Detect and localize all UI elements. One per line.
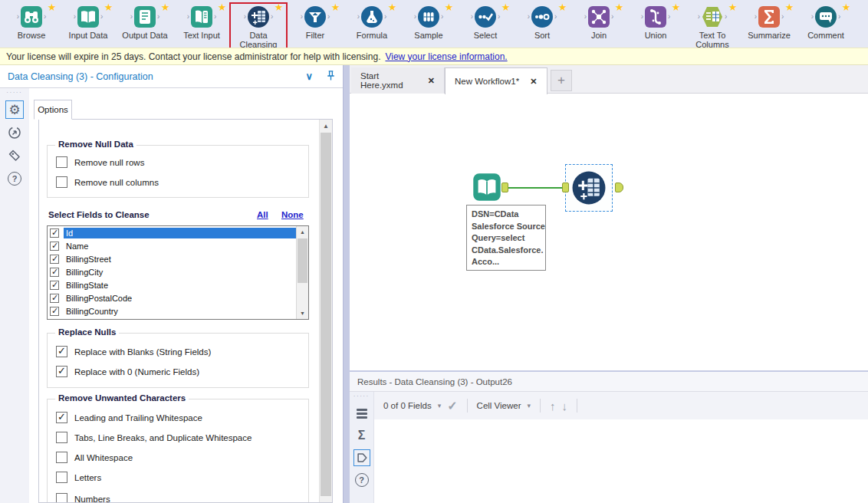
tool-select[interactable]: › ›★ Select [457, 3, 514, 40]
scrollbar-thumb[interactable] [298, 238, 307, 283]
results-grid-icon[interactable] [353, 405, 370, 422]
output-anchor[interactable] [501, 182, 508, 192]
checkbox-box[interactable] [56, 472, 67, 483]
field-row-billingstreet[interactable]: BillingStreet [48, 252, 296, 265]
data-cleansing-icon [247, 5, 270, 28]
group-title: Remove Null Data [55, 140, 136, 149]
tool-label: Sort [534, 31, 550, 40]
tool-summarize[interactable]: › ›★ Summarize [741, 3, 797, 40]
tab-new-workflow1[interactable]: New Workflow1* ✕ [445, 67, 547, 94]
checkbox-box[interactable] [56, 156, 67, 168]
tool-sort[interactable]: › ›★ Sort [514, 3, 570, 40]
node-input-data[interactable] [472, 173, 501, 202]
group-replace-nulls: Replace Nulls [47, 333, 309, 388]
scroll-down-icon[interactable]: ▼ [297, 307, 308, 319]
field-row-billingstate[interactable]: BillingState [48, 278, 296, 291]
options-scrollbar[interactable]: ▲ [319, 120, 332, 502]
next-arrow-icon[interactable]: ↓ [562, 399, 568, 413]
tool-filter[interactable]: › ›★ Filter [287, 3, 344, 40]
checkbox-box[interactable] [56, 346, 67, 357]
checkbox-replace-blanks[interactable]: Replace with Blanks (String Fields) [56, 346, 211, 357]
checkbox-all-whitespace[interactable]: All Whitespace [56, 452, 133, 463]
field-checkbox[interactable] [50, 281, 59, 290]
tool-input-data[interactable]: › ›★ Input Data [60, 3, 117, 40]
checkbox-box[interactable] [56, 176, 67, 188]
checkbox-remove-null-columns[interactable]: Remove null columns [56, 176, 159, 188]
anchor-chevron: › [43, 13, 47, 21]
license-info-link[interactable]: View your license information. [385, 51, 507, 62]
checkbox-box[interactable] [56, 493, 67, 503]
checkbox-box[interactable] [56, 432, 67, 443]
navigation-icon[interactable] [5, 123, 24, 142]
checkbox-tabs-line-breaks[interactable]: Tabs, Line Breaks, and Duplicate Whitesp… [56, 432, 252, 443]
metadata-sigma-icon[interactable]: Σ [353, 427, 370, 444]
collapse-chevron-icon[interactable]: ∨ [299, 71, 319, 82]
help-icon[interactable]: ? [5, 169, 24, 188]
checkbox-replace-zero[interactable]: Replace with 0 (Numeric Fields) [56, 366, 199, 377]
input-anchor[interactable] [562, 182, 569, 192]
tool-browse[interactable]: › ›★ Browse [3, 3, 60, 40]
field-row-name[interactable]: Name [48, 239, 296, 252]
favorite-star-icon: ★ [331, 2, 340, 13]
configuration-gear-icon[interactable]: ⚙ [5, 100, 24, 119]
panel-grip[interactable]: ..... [0, 88, 29, 96]
scrollbar-thumb[interactable] [321, 133, 331, 496]
tool-text-to-columns[interactable]: › ›★ Text To Columns [684, 3, 741, 49]
scroll-up-icon[interactable]: ▲ [297, 226, 308, 238]
field-checkbox[interactable] [50, 307, 59, 316]
tool-data-cleansing[interactable]: › ›★ Data Cleansing [230, 3, 287, 49]
checkbox-box[interactable] [56, 412, 67, 423]
field-row-id[interactable]: Id [48, 226, 296, 239]
tab-start-here[interactable]: Start Here.yxmd ✕ [351, 67, 445, 94]
checkbox-remove-null-rows[interactable]: Remove null rows [56, 156, 144, 168]
results-help-icon[interactable]: ? [353, 472, 370, 488]
tool-text-input[interactable]: › ›★ Text Input [173, 3, 230, 40]
field-row-billingpostalcode[interactable]: BillingPostalCode [48, 291, 296, 304]
cell-viewer-caret-icon[interactable]: ▾ [528, 402, 531, 409]
pin-icon[interactable] [319, 70, 343, 84]
tool-comment[interactable]: › ›★ Comment [797, 3, 854, 40]
tool-sample[interactable]: › ›★ Sample [400, 3, 457, 40]
tab-options[interactable]: Options [34, 100, 72, 120]
close-tab-icon[interactable]: ✕ [530, 77, 537, 87]
field-checkbox[interactable] [50, 242, 59, 251]
node-data-cleansing-selected[interactable] [565, 164, 613, 212]
tag-icon[interactable] [5, 146, 24, 165]
checkbox-numbers[interactable]: Numbers [56, 493, 110, 503]
field-checkbox[interactable] [50, 228, 59, 238]
checkbox-leading-trailing-whitespace[interactable]: Leading and Trailing Whitespace [56, 412, 202, 423]
field-row-billingcity[interactable]: BillingCity [48, 265, 296, 278]
previous-arrow-icon[interactable]: ↑ [550, 399, 556, 413]
node-annotation[interactable]: DSN=CData Salesforce Source Query=select… [466, 205, 546, 271]
field-checkbox[interactable] [50, 268, 59, 277]
field-row-billingcountry[interactable]: BillingCountry [48, 304, 296, 317]
new-tab-button[interactable]: + [551, 70, 572, 91]
tool-join[interactable]: › ›★ Join [570, 3, 627, 40]
results-header[interactable]: Results - Data Cleansing (3) - Output26 [350, 370, 868, 392]
favorite-star-icon: ★ [672, 2, 681, 13]
output-anchor[interactable] [615, 182, 623, 192]
workflow-canvas[interactable]: DSN=CData Salesforce Source Query=select… [350, 94, 868, 370]
cell-viewer-button[interactable]: Cell Viewer [477, 401, 521, 410]
panel-splitter[interactable] [343, 65, 350, 503]
tool-label: Filter [306, 31, 324, 40]
checkbox-box[interactable] [56, 366, 67, 377]
favorite-star-icon: ★ [48, 2, 57, 13]
anchor-chevron: › [667, 13, 671, 21]
close-tab-icon[interactable]: ✕ [428, 76, 435, 86]
fields-dropdown-caret-icon[interactable]: ▾ [438, 402, 442, 409]
tool-output-data[interactable]: › ›★ Output Data [117, 3, 173, 40]
select-all-link[interactable]: All [257, 210, 268, 219]
field-checkbox[interactable] [50, 255, 59, 264]
checkbox-box[interactable] [56, 452, 67, 463]
connection-output-icon[interactable] [353, 449, 370, 466]
tool-union[interactable]: › ›★ Union [627, 3, 684, 40]
select-none-link[interactable]: None [281, 210, 304, 219]
scroll-up-icon[interactable]: ▲ [320, 120, 332, 132]
field-checkbox[interactable] [50, 294, 59, 303]
checkbox-letters[interactable]: Letters [56, 472, 101, 483]
tool-formula[interactable]: › ›★ Formula [344, 3, 400, 40]
apply-check-icon[interactable]: ✓ [447, 399, 457, 413]
panel-grip[interactable]: ..... [350, 392, 373, 399]
fields-list-scrollbar[interactable]: ▲ ▼ [296, 226, 308, 319]
